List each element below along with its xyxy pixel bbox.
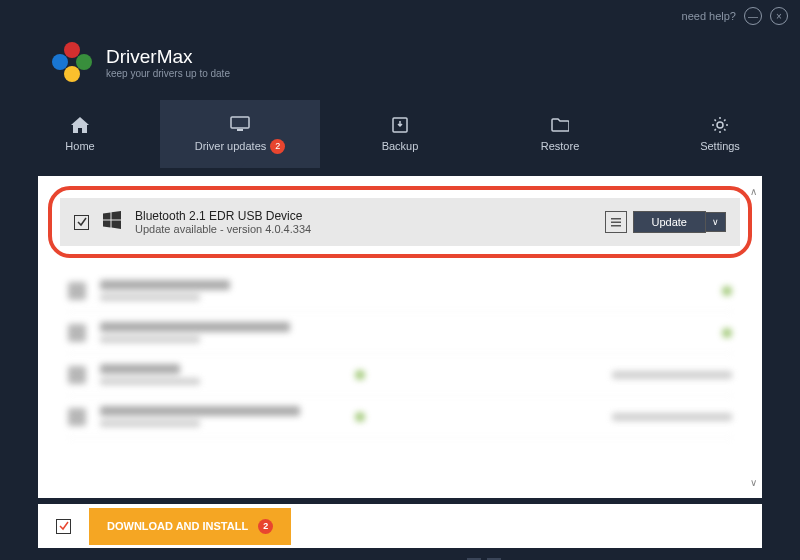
select-all-checkbox[interactable] [56, 519, 71, 534]
svg-rect-6 [611, 225, 621, 227]
logo-icon [50, 40, 94, 84]
home-icon [70, 116, 90, 134]
update-dropdown[interactable]: ∨ [706, 212, 726, 232]
monitor-icon [230, 115, 250, 133]
windows-icon [103, 211, 121, 233]
svg-rect-4 [611, 218, 621, 220]
svg-rect-1 [237, 129, 243, 131]
other-drivers-blurred [48, 266, 752, 442]
driver-checkbox[interactable] [74, 215, 89, 230]
app-tagline: keep your drivers up to date [106, 68, 230, 79]
driver-list-panel: Bluetooth 2.1 EDR USB Device Update avai… [38, 176, 762, 498]
download-install-button[interactable]: DOWNLOAD AND INSTALL 2 [89, 508, 291, 545]
driver-status: Update available - version 4.0.4.334 [135, 223, 605, 235]
driver-row[interactable]: Bluetooth 2.1 EDR USB Device Update avai… [60, 198, 740, 246]
driver-details-button[interactable] [605, 211, 627, 233]
updates-badge: 2 [270, 139, 285, 154]
main-nav: Home Driver updates2 Backup Restore Sett… [0, 100, 800, 168]
scrollbar[interactable]: ∧∨ [746, 186, 760, 488]
highlighted-driver: Bluetooth 2.1 EDR USB Device Update avai… [48, 186, 752, 258]
app-header: DriverMax keep your drivers up to date [0, 32, 800, 100]
svg-rect-0 [231, 117, 249, 128]
nav-settings[interactable]: Settings [640, 100, 800, 168]
nav-backup[interactable]: Backup [320, 100, 480, 168]
gear-icon [710, 116, 730, 134]
download-badge: 2 [258, 519, 273, 534]
app-title: DriverMax [106, 46, 230, 68]
nav-restore[interactable]: Restore [480, 100, 640, 168]
minimize-button[interactable]: — [744, 7, 762, 25]
update-button[interactable]: Update [633, 211, 706, 233]
help-link[interactable]: need help? [682, 10, 736, 22]
svg-rect-5 [611, 222, 621, 224]
folder-icon [550, 116, 570, 134]
nav-driver-updates[interactable]: Driver updates2 [160, 100, 320, 168]
nav-home[interactable]: Home [0, 100, 160, 168]
backup-icon [390, 116, 410, 134]
bottom-action-bar: DOWNLOAD AND INSTALL 2 [38, 504, 762, 548]
titlebar: need help? — × [0, 0, 800, 32]
svg-point-3 [717, 122, 723, 128]
close-button[interactable]: × [770, 7, 788, 25]
driver-name: Bluetooth 2.1 EDR USB Device [135, 209, 605, 223]
footer: © 2017 DriverMax PRO version 9.17 f g+ [0, 548, 800, 560]
